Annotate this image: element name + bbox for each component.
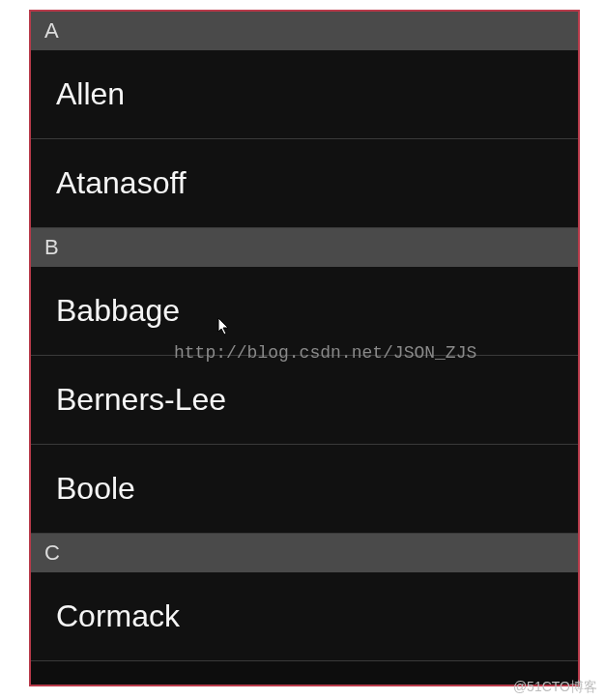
list-item[interactable]: Babbage [31,267,578,356]
list-item-label: Cormack [56,598,180,634]
section-header-label: A [44,18,59,44]
list-item-label: Boole [56,471,135,507]
list-item-label: Atanasoff [56,165,187,201]
section-header-a: A [31,12,578,50]
list-item[interactable]: Allen [31,50,578,139]
list-item[interactable]: Cormack [31,572,578,661]
section-header-c: C [31,534,578,572]
list-item[interactable]: Boole [31,445,578,534]
list-item[interactable]: Atanasoff [31,139,578,228]
section-header-b: B [31,228,578,267]
list-item-label: Babbage [56,293,180,329]
list-item[interactable]: Berners-Lee [31,356,578,445]
sectioned-list: A Allen Atanasoff B Babbage Berners-Lee … [29,10,580,686]
list-item-label: Allen [56,76,125,112]
section-header-label: C [44,540,60,566]
section-header-label: B [44,235,59,260]
list-item-label: Berners-Lee [56,382,226,418]
